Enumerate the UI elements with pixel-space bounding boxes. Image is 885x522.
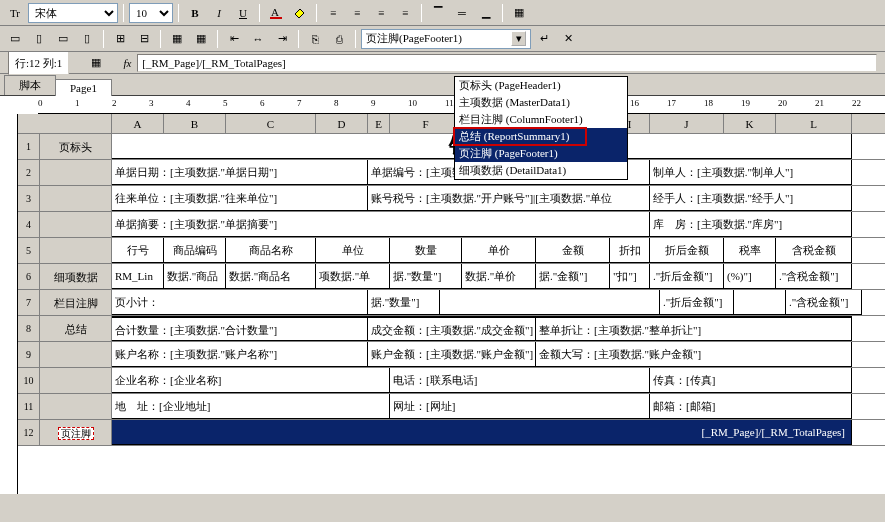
cell[interactable]: 含税金额 — [776, 238, 852, 263]
column-header[interactable]: C — [226, 114, 316, 133]
row-number[interactable]: 5 — [18, 238, 40, 263]
tab-page1[interactable]: Page1 — [55, 79, 112, 96]
cell[interactable]: 折扣 — [610, 238, 650, 263]
column-header[interactable]: A — [112, 114, 164, 133]
cell[interactable]: 成交金额：[主项数据."成交金额"] — [368, 316, 536, 341]
column-header[interactable]: J — [650, 114, 724, 133]
band-option[interactable]: 总结 (ReportSummary1) — [455, 128, 627, 145]
cell[interactable]: (%)"] — [724, 264, 776, 289]
row-number[interactable]: 10 — [18, 368, 40, 393]
grid-button[interactable]: ▦ — [190, 28, 212, 50]
underline-button[interactable]: U — [232, 2, 254, 24]
row-number[interactable]: 11 — [18, 394, 40, 419]
delete-row-button[interactable]: ▭ — [52, 28, 74, 50]
valign-bottom-button[interactable]: ▁ — [475, 2, 497, 24]
cell[interactable]: 数据."商品 — [164, 264, 226, 289]
cell[interactable]: 据."数量"] — [390, 264, 462, 289]
column-header[interactable]: K — [724, 114, 776, 133]
row-number[interactable]: 9 — [18, 342, 40, 367]
column-header[interactable] — [18, 114, 112, 133]
band-option[interactable]: 页标头 (PageHeader1) — [455, 77, 627, 94]
band-option[interactable]: 主项数据 (MasterData1) — [455, 94, 627, 111]
cell[interactable]: 单价 — [462, 238, 536, 263]
valign-middle-button[interactable]: ═ — [451, 2, 473, 24]
row-number[interactable]: 12 — [18, 420, 40, 445]
cell[interactable]: ."含税金额"] — [776, 264, 852, 289]
cell[interactable]: ."折后金额"] — [650, 264, 724, 289]
cell[interactable]: 据."金额"] — [536, 264, 610, 289]
row-number[interactable]: 3 — [18, 186, 40, 211]
cell[interactable]: 税率 — [724, 238, 776, 263]
cell[interactable] — [734, 290, 786, 315]
column-header[interactable]: F — [390, 114, 462, 133]
cell[interactable]: 电话：[联系电话] — [390, 368, 650, 393]
row-number[interactable]: 1 — [18, 134, 40, 159]
cell[interactable]: 商品编码 — [164, 238, 226, 263]
delete-col-button[interactable]: ▯ — [76, 28, 98, 50]
cell[interactable]: 邮箱：[邮箱] — [650, 394, 852, 419]
cell[interactable]: 往来单位：[主项数据."往来单位"] — [112, 186, 368, 211]
cell[interactable]: 项数据."单 — [316, 264, 390, 289]
cell[interactable]: 库 房：[主项数据."库房"] — [650, 212, 852, 237]
cell[interactable]: 折后金额 — [650, 238, 724, 263]
chevron-down-icon[interactable]: ▾ — [511, 31, 526, 46]
cell[interactable]: 单据日期：[主项数据."单据日期"] — [112, 160, 368, 185]
cell[interactable]: [_RM_Page]/[_RM_TotalPages] — [112, 420, 852, 445]
row-number[interactable]: 2 — [18, 160, 40, 185]
cell[interactable]: 合计数量：[主项数据."合计数量"] — [112, 316, 368, 341]
cell[interactable]: "扣"] — [610, 264, 650, 289]
cell[interactable]: 账号税号：[主项数据."开户账号"]|[主项数据."单位 — [368, 186, 650, 211]
align-left-button[interactable]: ≡ — [322, 2, 344, 24]
cell[interactable]: 金额大写：[主项数据."账户金额"] — [536, 342, 852, 367]
align-center-button[interactable]: ≡ — [346, 2, 368, 24]
column-header[interactable]: D — [316, 114, 368, 133]
italic-button[interactable]: I — [208, 2, 230, 24]
font-size-select[interactable]: 10 — [129, 3, 173, 23]
cell[interactable]: 数据."单价 — [462, 264, 536, 289]
cell[interactable]: 单据摘要：[主项数据."单据摘要"] — [112, 212, 650, 237]
band-apply-button[interactable]: ↵ — [533, 28, 555, 50]
align-justify-button[interactable]: ≡ — [394, 2, 416, 24]
row-number[interactable]: 7 — [18, 290, 40, 315]
cell[interactable]: 据."数量"] — [368, 290, 440, 315]
band-selector[interactable]: 页注脚(PageFooter1) ▾ — [361, 29, 531, 49]
border-button[interactable]: ▦ — [508, 2, 530, 24]
cell[interactable]: 企业名称：[企业名称] — [112, 368, 390, 393]
insert-col-button[interactable]: ▯ — [28, 28, 50, 50]
cell[interactable]: 整单折让：[主项数据."整单折让"] — [536, 316, 852, 341]
tab-script[interactable]: 脚本 — [4, 75, 56, 95]
object-right-button[interactable]: ⇥ — [271, 28, 293, 50]
script-button[interactable]: ⎙ — [328, 28, 350, 50]
cell[interactable]: 行号 — [112, 238, 164, 263]
cell[interactable]: 金额 — [536, 238, 610, 263]
object-left-button[interactable]: ⇤ — [223, 28, 245, 50]
insert-row-button[interactable]: ▭ — [4, 28, 26, 50]
row-number[interactable]: 8 — [18, 316, 40, 341]
object-center-button[interactable]: ↔ — [247, 28, 269, 50]
fill-color-button[interactable] — [289, 2, 311, 24]
row-number[interactable]: 6 — [18, 264, 40, 289]
cell[interactable]: 数据."商品名 — [226, 264, 316, 289]
cell[interactable]: 账户金额：[主项数据."账户金额"] — [368, 342, 536, 367]
cell[interactable]: ."含税金额"] — [786, 290, 862, 315]
cell[interactable]: 经手人：[主项数据."经手人"] — [650, 186, 852, 211]
cell[interactable]: 地 址：[企业地址] — [112, 394, 390, 419]
column-header[interactable]: E — [368, 114, 390, 133]
font-family-select[interactable]: 宋体 — [28, 3, 118, 23]
cell[interactable]: 页小计： — [112, 290, 368, 315]
font-color-button[interactable]: A — [265, 2, 287, 24]
cell[interactable]: 传真：[传真] — [650, 368, 852, 393]
bold-button[interactable]: B — [184, 2, 206, 24]
cell[interactable]: 数量 — [390, 238, 462, 263]
cell[interactable]: 商品名称 — [226, 238, 316, 263]
cell[interactable]: 账户名称：[主项数据."账户名称"] — [112, 342, 368, 367]
cell[interactable]: 单位 — [316, 238, 390, 263]
valign-top-button[interactable]: ▔ — [427, 2, 449, 24]
row-number[interactable]: 4 — [18, 212, 40, 237]
band-delete-button[interactable]: ✕ — [557, 28, 579, 50]
cell[interactable]: 网址：[网址] — [390, 394, 650, 419]
band-option[interactable]: 栏目注脚 (ColumnFooter1) — [455, 111, 627, 128]
cell[interactable]: 制单人：[主项数据."制单人"] — [650, 160, 852, 185]
column-header[interactable]: B — [164, 114, 226, 133]
cell-props-button[interactable]: ▦ — [166, 28, 188, 50]
